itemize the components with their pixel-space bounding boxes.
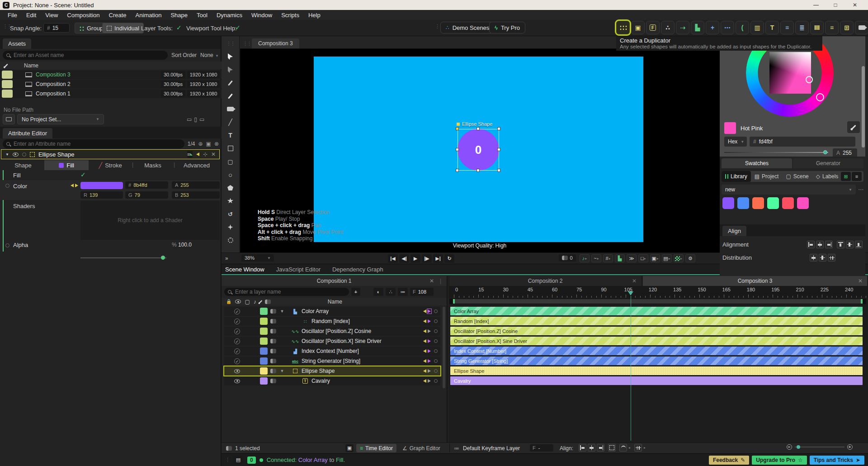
clip-toggle-icon[interactable] [270,369,276,373]
visibility-eye-icon[interactable] [13,152,19,157]
anchor-handle-icon[interactable] [457,123,460,126]
duplicate-view-button[interactable]: ▤▸ [662,254,672,262]
more-options-icon[interactable]: ⋯ [858,186,863,193]
attribute-tab-stroke[interactable]: ╱Stroke [89,160,132,170]
attribute-tab-fill[interactable]: Fill [44,160,89,170]
keyframe-ring-icon[interactable] [434,369,438,373]
selection-handle[interactable] [476,127,480,130]
text-animator-button[interactable]: T [765,21,779,34]
feedback-button[interactable]: Feedback✎ [709,456,749,465]
tab-composition-3[interactable]: Composition 3 [252,38,299,48]
panel-scrollbar[interactable] [862,66,865,147]
enabled-check-icon[interactable]: ✓ [234,328,241,334]
align-button[interactable] [597,444,604,452]
out-connector-icon[interactable] [428,379,431,383]
keyframe-frame-field[interactable]: F- [530,444,553,452]
tab-composition-2[interactable]: Composition 2 ✕ [449,276,641,286]
close-attribute-icon[interactable]: ✕ [211,151,216,157]
clip-counter[interactable]: 0 [559,254,576,262]
in-connector-icon[interactable] [423,369,426,373]
timeline-bar-string-generator-string[interactable]: String Generator [String] [450,357,863,365]
keyframe-ring-icon[interactable] [434,329,438,333]
in-connector-icon[interactable] [423,339,426,343]
asset-row[interactable]: Composition 130.00fps1920 x 1080 [0,89,222,98]
attribute-tab-masks[interactable]: Masks [132,160,174,170]
search-settings-icon[interactable]: ⊕ [198,141,203,147]
bounds-button[interactable]: □▸ [638,254,648,262]
range-start-handle[interactable] [453,299,455,304]
skip-button[interactable]: ≫ [627,254,637,262]
render-column-icon[interactable]: ▢ [245,299,250,305]
distribute-horizontal-button[interactable] [810,254,817,262]
clear-search-icon[interactable]: ⊗ [214,141,219,147]
filter-labels[interactable]: ◇Labels [812,171,842,181]
timeline-bar-random-index[interactable]: Random [Index] [450,317,863,325]
swatch-set-select[interactable]: new▼ [722,185,856,195]
tab-scene-window[interactable]: Scene Window [225,266,264,273]
clip-toggle-icon[interactable] [270,359,276,363]
viewport[interactable]: ⋮⋮ Composition 3 0 Ellipse Shape Hold S … [240,36,720,252]
swatch[interactable] [737,197,749,209]
maximize-button[interactable]: □ [829,0,842,10]
asset-search-input[interactable] [13,52,164,59]
clip-toggle-icon[interactable] [270,309,276,314]
out-connector-icon[interactable] [428,359,431,363]
out-connector-icon[interactable] [428,329,431,333]
zoom-out-icon[interactable] [787,444,792,450]
filter-display-icon[interactable]: ◐ [373,288,383,296]
ease-curve-button[interactable] [619,444,627,452]
playhead-line[interactable] [631,296,632,441]
alpha-slider[interactable] [724,152,828,153]
play-button[interactable]: ▶ [410,254,420,263]
viewport-zoom-select[interactable]: 38%▼ [241,254,274,262]
dock-icon[interactable]: ▣ [345,444,354,452]
solo-radio-icon[interactable] [22,152,26,157]
ellipse-tool-icon[interactable]: ○ [226,170,236,179]
current-frame-field[interactable]: F108 [410,288,434,296]
align-frame-button[interactable] [608,444,616,452]
in-connector-icon[interactable] [423,319,426,323]
graph-editor-button[interactable]: ∠ Graph Editor [402,444,440,452]
color-mode-select[interactable]: Hex▼ [724,137,747,147]
layout-view-button[interactable]: ▙ [615,254,625,262]
new-folder-icon[interactable]: ▭ [187,116,192,123]
forge-button[interactable]: F [646,21,660,34]
clip-toggle-icon[interactable] [270,349,276,353]
keyframe-ring-icon[interactable] [434,339,438,343]
tab-assets[interactable]: Assets [3,38,31,49]
layer-row-index-context-number[interactable]: ✓▟Index Context [Number] [224,347,440,356]
enabled-check-icon[interactable]: ✓ [234,348,241,354]
menu-file[interactable]: File [4,12,21,19]
align-top-button[interactable] [837,241,844,248]
time-editor-button[interactable]: ≡ Time Editor [356,444,396,452]
keyframe-ring-icon[interactable] [434,349,438,353]
tab-dependency-graph[interactable]: Dependency Graph [332,266,383,273]
layer-color-swatch[interactable] [260,338,268,345]
eye-column-icon[interactable] [235,300,241,304]
keyframe-tool-button[interactable] [634,444,642,452]
clip-toggle-icon[interactable] [270,329,276,333]
viewport-settings-button[interactable]: ⚙ [685,254,695,262]
go-to-end-button[interactable]: ▶| [433,254,443,263]
layer-color-swatch[interactable] [260,377,268,385]
fill-color-swatch[interactable] [80,182,123,189]
next-color-icon[interactable] [75,184,78,187]
filter-library[interactable]: Library [722,171,751,182]
add-layer-button[interactable]: + [351,288,360,296]
go-to-start-button[interactable]: |◀ [388,254,398,263]
saturation-value-square[interactable] [769,52,811,94]
rows-button[interactable]: ≡ [825,21,839,34]
rectangle-tool-icon[interactable]: ▢ [226,157,236,166]
selection-handle[interactable] [476,169,480,172]
clip-toggle-icon[interactable] [270,319,276,323]
in-connector-icon[interactable] [423,349,426,353]
toolstrip-more-icon[interactable]: » [225,255,228,262]
eyedropper-button[interactable] [847,121,860,133]
layer-row-random-index[interactable]: ✓∷Random [Index] [224,317,440,326]
keyframe-ring-icon[interactable] [434,319,438,323]
snap-angle-field[interactable]: #15 [43,23,70,33]
tab-javascript-editor[interactable]: JavaScript Editor [276,266,321,273]
keyframe-ring-icon[interactable] [434,359,438,363]
asset-color-swatch[interactable] [2,90,13,98]
collapse-chevron-icon[interactable]: ▼ [5,152,9,157]
